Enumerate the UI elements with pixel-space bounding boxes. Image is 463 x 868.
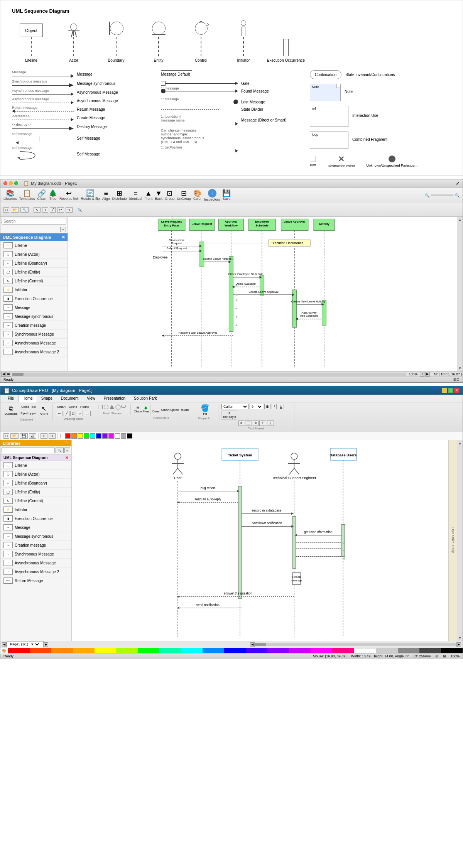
cb-red[interactable]	[8, 648, 30, 653]
cb-magenta[interactable]	[311, 648, 332, 653]
toolbar-front[interactable]: ▲ Front	[144, 190, 152, 201]
cb-blue[interactable]	[224, 648, 246, 653]
minimize-button[interactable]	[9, 181, 13, 185]
scroll-up[interactable]: ▲	[457, 217, 463, 223]
msg-gate[interactable]: Gate	[161, 81, 302, 86]
iuse-item[interactable]: ref Interaction Use	[310, 106, 451, 127]
tab-home[interactable]: Home	[18, 395, 37, 402]
toolbar-templates[interactable]: 📋 Templates	[19, 190, 35, 201]
sidebar-close[interactable]: ✕	[61, 235, 65, 240]
msg-smart[interactable]: 1: [condition]message name Message (Dire…	[161, 115, 302, 125]
align-right-btn[interactable]: ≡	[253, 420, 259, 426]
cb-green[interactable]	[138, 648, 159, 653]
sidebar-creation[interactable]: ⇢ Creation message	[0, 321, 68, 330]
btn-spline[interactable]: Spline	[68, 404, 78, 410]
sidebar-msg-sync[interactable]: ⇒ Message synchronous	[0, 312, 68, 321]
mac-diagram-area[interactable]: Leave Request Entry Page Leave Request A…	[68, 217, 457, 371]
cb-white[interactable]	[354, 648, 376, 653]
color-yellow[interactable]	[78, 433, 83, 439]
cb-gray[interactable]	[398, 648, 419, 653]
shape-lifeline[interactable]: Object Lifeline	[12, 24, 51, 62]
cb-teal[interactable]	[159, 648, 181, 653]
text-btn[interactable]: T	[42, 207, 48, 213]
arrow-btn[interactable]: ↖	[34, 207, 41, 213]
sidebar-lifeline[interactable]: ▭ Lifeline	[0, 241, 68, 250]
msg-getpos[interactable]: 1: getPosition	[161, 145, 302, 152]
sidebar-actor[interactable]: 🚶 Lifeline (Actor)	[0, 250, 68, 259]
shape-boundary[interactable]: Boundary	[97, 20, 135, 62]
cb-dark-gray[interactable]	[419, 648, 441, 653]
color-violet[interactable]	[102, 433, 108, 439]
cb-cyan[interactable]	[181, 648, 203, 653]
sidebar-search-input[interactable]	[2, 218, 66, 225]
align-center-btn[interactable]: ☰	[245, 420, 252, 426]
tab-shape[interactable]: Shape	[37, 395, 57, 402]
zoom-in-btn[interactable]: +	[420, 372, 424, 377]
draw-pencil[interactable]: ✏	[56, 411, 63, 416]
win-si-lifeline[interactable]: ▭ Lifeline	[0, 461, 71, 470]
color-black[interactable]	[127, 433, 132, 439]
win-minimize-btn[interactable]: _	[442, 388, 447, 393]
color-white[interactable]	[115, 433, 120, 439]
msg-lost[interactable]: 1: message Lost Message	[161, 100, 302, 104]
msg-sync[interactable]: Synchronous message Message synchronous	[12, 79, 153, 87]
draw-circle[interactable]: ○	[77, 411, 83, 416]
wt-undo[interactable]: ↩	[41, 433, 47, 439]
page-prev-btn[interactable]: ⏮	[7, 372, 11, 377]
cfrag-item[interactable]: loop Combined Fragment	[310, 132, 451, 149]
win-config-btn[interactable]: ≡	[64, 448, 70, 453]
bs-circle[interactable]	[104, 405, 108, 409]
msg-message[interactable]: Message Message	[12, 70, 153, 78]
scroll-right-btn[interactable]: ▶	[425, 372, 430, 377]
toolbar-identical[interactable]: = Identical	[129, 190, 142, 201]
toolbar-color[interactable]: 🎨 Color	[193, 190, 202, 201]
bs-rect[interactable]	[98, 405, 103, 409]
msg-self2[interactable]: self message Self Message	[12, 146, 153, 162]
color-cyan[interactable]	[90, 433, 95, 439]
close-button[interactable]	[3, 181, 7, 185]
msg-async2[interactable]: Asynchronous message Asynchronous Messag…	[12, 97, 153, 104]
sidebar-initiator[interactable]: ⚡ Initiator	[0, 285, 68, 294]
btn-select[interactable]: ↖ Select	[39, 404, 49, 417]
win-si-initiator[interactable]: ⚡ Initiator	[0, 505, 71, 514]
page-tab-right[interactable]: ▶	[44, 642, 48, 647]
cb-rose[interactable]	[332, 648, 354, 653]
toolbar-tree[interactable]: 🌲 Tree	[49, 190, 57, 201]
font-size-select[interactable]: 9	[250, 404, 263, 409]
cb-indigo[interactable]	[246, 648, 267, 653]
cb-yellow[interactable]	[95, 648, 116, 653]
btn-bold[interactable]: B	[264, 404, 271, 409]
tab-view[interactable]: View	[83, 395, 100, 402]
cb-light-gray[interactable]	[376, 648, 398, 653]
wt-save[interactable]: 💾	[20, 433, 28, 439]
expand-button[interactable]: ⤢	[456, 181, 460, 186]
maximize-button[interactable]	[14, 181, 18, 185]
bs-diamond[interactable]	[115, 404, 121, 411]
scroll-thumb-h[interactable]	[12, 373, 24, 376]
tab-file[interactable]: File	[3, 395, 18, 402]
btn-fill[interactable]: 🪣 Fill	[201, 404, 209, 416]
continuation-item[interactable]: Continuation State Invariant/Continuatio…	[310, 70, 451, 79]
color-green[interactable]	[84, 433, 89, 439]
shape-exec-occ[interactable]: Execution Occurrence	[267, 39, 305, 62]
draw-arc[interactable]: ◡	[84, 411, 91, 416]
win-si-message[interactable]: → Message	[0, 523, 71, 532]
toolbar-save[interactable]: 💾 Save	[222, 190, 231, 201]
toolbar-libraries[interactable]: 📚 Libraries	[3, 190, 17, 201]
toolbar-align[interactable]: ≡ Align	[102, 190, 110, 201]
msg-self1[interactable]: self message Self Message	[12, 132, 153, 144]
bs-tri[interactable]	[110, 405, 114, 409]
msg-default[interactable]: Message Default	[161, 70, 302, 78]
win-diagram-area[interactable]: User Ticket System Technical Support Eng…	[72, 440, 448, 641]
scroll-down[interactable]: ▼	[457, 365, 463, 371]
scroll-track-h[interactable]	[12, 373, 406, 376]
cb-purple[interactable]	[289, 648, 311, 653]
draw-rect[interactable]: □	[70, 411, 76, 416]
wt-print[interactable]: 🖨	[29, 433, 36, 439]
sidebar-control[interactable]: ↻ Lifeline (Control)	[0, 277, 68, 285]
btn-smart-draw[interactable]: Smart	[56, 404, 66, 410]
win-si-return[interactable]: ⟵ Return Message	[0, 576, 71, 585]
win-si-boundary[interactable]: ○ Lifeline (Boundary)	[0, 479, 71, 488]
toolbar-rotate[interactable]: 🔄 Rotate & flip	[81, 190, 100, 201]
win-scroll-up[interactable]: ▲	[457, 440, 463, 446]
